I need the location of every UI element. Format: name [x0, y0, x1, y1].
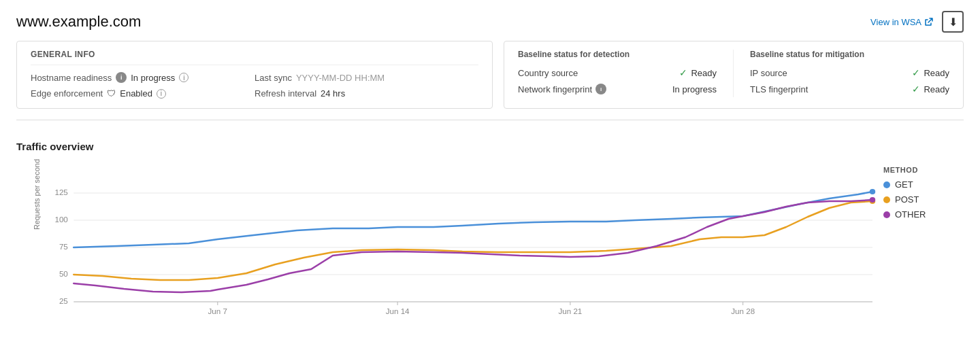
svg-text:Jun 28: Jun 28 — [731, 307, 755, 315]
svg-text:75: 75 — [59, 243, 68, 251]
refresh-row: Refresh interval 24 hrs — [255, 88, 478, 99]
network-fingerprint-status: In progress — [672, 84, 717, 94]
ip-source-check-icon: ✓ — [912, 67, 920, 78]
get-endpoint — [870, 189, 875, 194]
tls-fingerprint-check-icon: ✓ — [912, 84, 920, 94]
tls-fingerprint-status: ✓ Ready — [912, 84, 949, 94]
country-source-check-icon: ✓ — [679, 67, 687, 78]
chart-inner: 25 50 75 100 125 Jun 7 Jun 14 Jun 21 Jun… — [45, 159, 872, 338]
baseline-mitigation-col: Baseline status for mitigation IP source… — [734, 50, 949, 97]
baseline-detection-title: Baseline status for detection — [518, 50, 717, 59]
hostname-tooltip[interactable]: i — [179, 73, 189, 82]
last-sync-label: Last sync — [255, 73, 292, 83]
svg-text:125: 125 — [54, 188, 67, 196]
network-fingerprint-status-text: In progress — [672, 84, 717, 94]
external-link-icon — [924, 17, 934, 27]
page-header: www.example.com View in WSA ⬇ — [0, 0, 980, 41]
hostname-label: Hostname readiness — [31, 73, 112, 83]
other-endpoint — [870, 197, 875, 203]
legend-item-post: POST — [883, 194, 947, 205]
svg-text:Jun 21: Jun 21 — [558, 307, 582, 315]
chart-wrap: Requests per second 25 50 75 100 1 — [33, 159, 947, 338]
network-fingerprint-row: Network fingerprint i In progress — [518, 81, 717, 97]
baseline-grid: Baseline status for detection Country so… — [518, 50, 949, 97]
svg-text:Jun 7: Jun 7 — [208, 307, 227, 315]
country-source-status: ✓ Ready — [679, 67, 717, 78]
other-dot — [883, 211, 890, 218]
general-info-panel: General info Hostname readiness i In pro… — [16, 41, 493, 109]
legend-item-other: OTHER — [883, 209, 947, 220]
baseline-panel: Baseline status for detection Country so… — [504, 41, 964, 109]
ip-source-label: IP source — [750, 68, 787, 78]
legend-post-label: POST — [895, 194, 919, 205]
edge-status: Enabled — [120, 88, 152, 99]
legend-title: METHOD — [883, 166, 947, 174]
refresh-label: Refresh interval — [255, 88, 316, 99]
ip-source-status-text: Ready — [924, 68, 949, 78]
baseline-detection-col: Baseline status for detection Country so… — [518, 50, 734, 97]
svg-text:Jun 14: Jun 14 — [386, 307, 410, 315]
header-actions: View in WSA ⬇ — [870, 11, 964, 33]
traffic-title: Traffic overview — [16, 131, 964, 159]
svg-text:25: 25 — [59, 297, 68, 305]
post-dot — [883, 196, 890, 203]
svg-text:50: 50 — [59, 270, 68, 278]
view-wsa-link[interactable]: View in WSA — [870, 17, 934, 27]
baseline-mitigation-title: Baseline status for mitigation — [750, 50, 949, 59]
site-title: www.example.com — [16, 13, 141, 31]
network-fingerprint-label: Network fingerprint i — [518, 84, 606, 94]
network-fingerprint-icon: i — [595, 84, 606, 94]
tls-fingerprint-row: TLS fingerprint ✓ Ready — [750, 81, 949, 97]
view-wsa-label: View in WSA — [870, 17, 921, 27]
info-panels: General info Hostname readiness i In pro… — [0, 41, 980, 120]
get-line — [74, 192, 872, 247]
hostname-status-icon: i — [116, 72, 127, 83]
edge-tooltip[interactable]: i — [157, 89, 166, 99]
legend-item-get: GET — [883, 179, 947, 190]
download-icon: ⬇ — [949, 16, 958, 29]
general-info-grid: Hostname readiness i In progress i Last … — [31, 72, 478, 99]
shield-icon: 🛡 — [107, 88, 116, 99]
chart-container: Requests per second 25 50 75 100 1 — [16, 159, 964, 338]
tls-fingerprint-status-text: Ready — [924, 84, 949, 94]
ip-source-status: ✓ Ready — [912, 67, 949, 78]
edge-label: Edge enforcement — [31, 88, 103, 99]
legend-get-label: GET — [895, 179, 913, 190]
refresh-value: 24 hrs — [321, 88, 345, 99]
country-source-row: Country source ✓ Ready — [518, 65, 717, 81]
traffic-chart: 25 50 75 100 125 Jun 7 Jun 14 Jun 21 Jun… — [45, 159, 872, 336]
edge-row: Edge enforcement 🛡 Enabled i — [31, 88, 255, 99]
y-axis-label: Requests per second — [33, 159, 41, 243]
legend-other-label: OTHER — [895, 209, 926, 220]
general-info-title: General info — [31, 50, 478, 65]
hostname-status: In progress — [131, 73, 175, 83]
traffic-section: Traffic overview Requests per second 25 … — [0, 120, 980, 338]
svg-text:100: 100 — [54, 215, 67, 224]
chart-legend: METHOD GET POST OTHER — [872, 159, 947, 224]
last-sync-row: Last sync YYYY-MM-DD HH:MM — [255, 72, 478, 83]
post-line — [74, 201, 872, 280]
download-button[interactable]: ⬇ — [942, 11, 964, 33]
last-sync-value: YYYY-MM-DD HH:MM — [296, 73, 385, 83]
country-source-label: Country source — [518, 68, 578, 78]
other-line — [74, 200, 872, 292]
country-source-status-text: Ready — [691, 68, 717, 78]
tls-fingerprint-label: TLS fingerprint — [750, 84, 808, 94]
ip-source-row: IP source ✓ Ready — [750, 65, 949, 81]
get-dot — [883, 181, 890, 188]
hostname-row: Hostname readiness i In progress i — [31, 72, 255, 83]
